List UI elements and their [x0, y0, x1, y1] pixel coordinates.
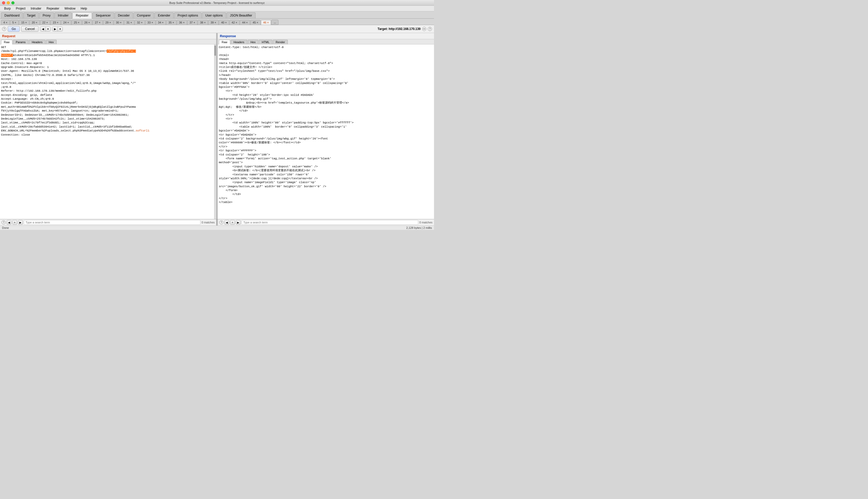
forward-nav: ▶ ▾ [52, 27, 63, 32]
response-content[interactable]: Content-Type: text/html; charset=utf-8 <… [218, 45, 434, 219]
repeater-tab-33[interactable]: 33 × [145, 20, 156, 25]
cancel-button[interactable]: Cancel [21, 26, 38, 32]
forward-dropdown-button[interactable]: ▾ [58, 27, 62, 31]
repeater-tab-5[interactable]: 5 × [10, 20, 19, 25]
minimize-button[interactable] [7, 1, 10, 4]
request-tab-hex[interactable]: Hex [46, 40, 57, 44]
request-scroll-thumb [215, 46, 216, 56]
menu-help[interactable]: Help [78, 6, 89, 11]
repeater-tab-25[interactable]: 25 × [72, 20, 82, 25]
status-left: Done [2, 226, 9, 229]
request-search-help-icon[interactable]: ? [2, 220, 6, 224]
response-tab-headers[interactable]: Headers [231, 40, 247, 44]
content-area: Request Raw Params Headers Hex GET /dede… [0, 33, 434, 219]
request-tab-bar: Raw Params Headers Hex [0, 39, 216, 45]
repeater-tab-26[interactable]: 26 × [82, 20, 93, 25]
forward-button[interactable]: ▶ [52, 27, 58, 31]
request-search-prev-button[interactable]: ◀ [7, 220, 11, 225]
back-nav: ◀ ▾ [40, 27, 51, 32]
tab-user-options[interactable]: User options [202, 12, 226, 19]
request-tab-raw[interactable]: Raw [1, 40, 12, 45]
request-panel: Request Raw Params Headers Hex GET /dede… [0, 33, 217, 219]
repeater-tab-37[interactable]: 37 × [187, 20, 198, 25]
tab-target[interactable]: Target [24, 12, 39, 19]
menu-bar: Burp Project Intruder Repeater Window He… [0, 6, 434, 11]
tab-intruder[interactable]: Intruder [54, 12, 72, 19]
repeater-tab-29[interactable]: 29 × [103, 20, 113, 25]
request-match-count: 0 matches [201, 221, 215, 224]
request-scrollbar[interactable] [214, 45, 216, 219]
request-normal-start: GET /dede/tpl.php?filename=cqq.lib.php&a… [1, 46, 107, 53]
menu-window[interactable]: Window [62, 6, 77, 11]
fullscreen-button[interactable] [11, 1, 14, 4]
request-search-next-button[interactable]: ▶ [18, 220, 23, 225]
menu-intruder[interactable]: Intruder [29, 6, 44, 11]
status-bar: Done 2,128 bytes | 2 millis [0, 226, 434, 230]
traffic-lights [2, 1, 14, 4]
repeater-tab-more[interactable]: ... [271, 20, 278, 25]
menu-project[interactable]: Project [14, 6, 27, 11]
repeater-tab-15[interactable]: 15 × [19, 20, 29, 25]
request-normal-end: &token=651e1d4feb54d35ac3e162ee5ad43d9d … [1, 54, 149, 136]
repeater-tab-36[interactable]: 36 × [177, 20, 187, 25]
response-tab-render[interactable]: Render [273, 40, 288, 44]
repeater-tab-32[interactable]: 32 × [135, 20, 145, 25]
repeater-tab-4[interactable]: 4 × [1, 20, 10, 25]
repeater-tab-46[interactable]: 46 × [261, 20, 271, 25]
repeater-tab-23[interactable]: 23 × [50, 20, 61, 25]
repeater-tab-30[interactable]: 30 × [114, 20, 124, 25]
repeater-tab-39[interactable]: 39 × [208, 20, 219, 25]
response-search-input[interactable] [242, 220, 418, 225]
response-title: Response [220, 34, 236, 38]
tab-extender[interactable]: Extender [155, 12, 174, 19]
repeater-tab-bar: 4 × 5 × 15 × 20 × 22 × 23 × 24 × 25 × 26… [0, 19, 434, 25]
response-tab-html[interactable]: HTML [259, 40, 272, 44]
menu-repeater[interactable]: Repeater [45, 6, 61, 11]
repeater-tab-38[interactable]: 38 × [198, 20, 208, 25]
tab-decoder[interactable]: Decoder [115, 12, 133, 19]
back-button[interactable]: ◀ [40, 27, 46, 31]
tab-sequencer[interactable]: Sequencer [93, 12, 114, 19]
request-header: Request [0, 33, 216, 39]
help-icon-left[interactable]: ? [2, 27, 6, 31]
response-search-add-button[interactable]: + [230, 220, 235, 225]
response-search-prev-button[interactable]: ◀ [224, 220, 229, 225]
request-content[interactable]: GET /dede/tpl.php?filename=cqq.lib.php&a… [0, 45, 216, 219]
repeater-tab-31[interactable]: 31 × [124, 20, 134, 25]
response-tab-hex[interactable]: Hex [248, 40, 259, 44]
tab-project-options[interactable]: Project options [174, 12, 201, 19]
repeater-tab-22[interactable]: 22 × [40, 20, 50, 25]
repeater-tab-34[interactable]: 34 × [156, 20, 166, 25]
help-icon-right[interactable]: ? [428, 27, 432, 31]
go-button[interactable]: Go [8, 26, 20, 32]
menu-burp[interactable]: Burp [2, 6, 13, 11]
tab-proxy[interactable]: Proxy [39, 12, 54, 19]
edit-target-icon[interactable]: ✏ [422, 27, 426, 31]
response-header: Response [218, 33, 434, 39]
repeater-tab-20[interactable]: 20 × [29, 20, 40, 25]
request-tab-headers[interactable]: Headers [29, 40, 46, 44]
request-search-add-button[interactable]: + [12, 220, 17, 225]
repeater-tab-40[interactable]: 40 × [219, 20, 229, 25]
request-search-input[interactable] [24, 220, 200, 225]
response-search-bar: ? ◀ + ▶ 0 matches [218, 219, 434, 226]
tab-comparer[interactable]: Comparer [134, 12, 154, 19]
back-dropdown-button[interactable]: ▾ [46, 27, 50, 31]
tab-dashboard[interactable]: Dashboard [1, 12, 23, 19]
response-search-help-icon[interactable]: ? [219, 220, 223, 224]
tab-json-beautifier[interactable]: JSON Beautifier [227, 12, 256, 19]
repeater-tab-42[interactable]: 42 × [229, 20, 240, 25]
response-search-next-button[interactable]: ▶ [236, 220, 241, 225]
search-bars: ? ◀ + ▶ 0 matches ? ◀ + ▶ 0 matches [0, 219, 434, 226]
request-search-bar: ? ◀ + ▶ 0 matches [0, 219, 217, 226]
repeater-tab-24[interactable]: 24 × [61, 20, 71, 25]
repeater-tab-35[interactable]: 35 × [166, 20, 176, 25]
response-panel: Response Raw Headers Hex HTML Render Con… [218, 33, 434, 219]
repeater-tab-27[interactable]: 27 × [93, 20, 103, 25]
repeater-tab-45[interactable]: 45 × [250, 20, 261, 25]
tab-repeater[interactable]: Repeater [72, 12, 92, 19]
response-tab-raw[interactable]: Raw [219, 40, 230, 45]
request-tab-params[interactable]: Params [13, 40, 28, 44]
repeater-tab-44[interactable]: 44 × [240, 20, 250, 25]
close-button[interactable] [2, 1, 5, 4]
